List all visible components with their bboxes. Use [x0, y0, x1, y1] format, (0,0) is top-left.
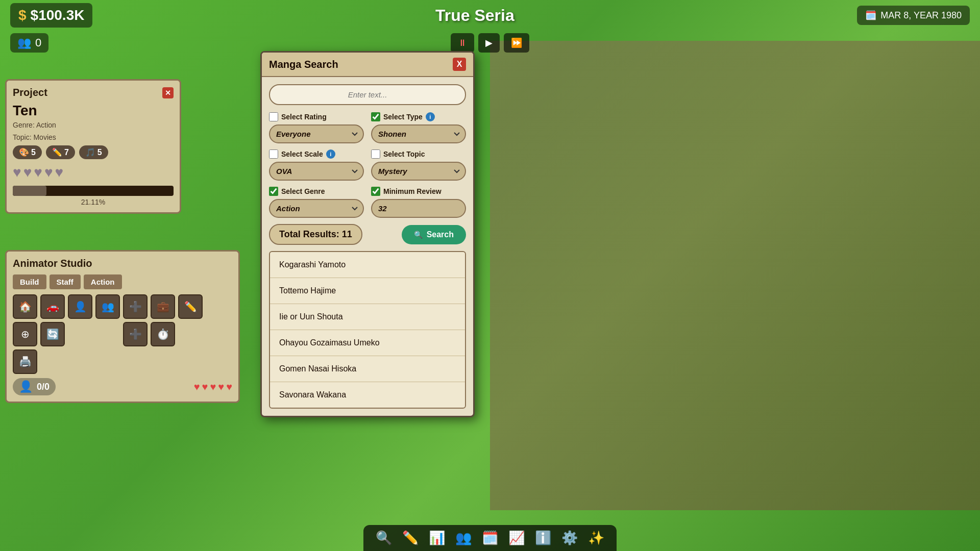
search-button[interactable]: Search — [402, 225, 466, 244]
filter-type-label: Select Type — [383, 113, 423, 121]
filter-topic-label-row: Select Topic — [371, 149, 466, 159]
type-info-badge[interactable]: i — [426, 112, 435, 121]
filter-scale-checkbox[interactable] — [269, 149, 278, 159]
filter-type-col: Select Type i Shonen Shoujo Seinen Josei — [371, 112, 466, 143]
search-text-input[interactable] — [269, 84, 466, 105]
result-item-2[interactable]: Iie or Uun Shouta — [270, 304, 465, 330]
filter-scale-label: Select Scale — [281, 150, 323, 158]
filter-type-checkbox[interactable] — [371, 112, 380, 121]
filter-genre-checkbox[interactable] — [269, 187, 278, 196]
filter-row-2: Select Scale i OVA Series Movie Select T… — [269, 149, 466, 181]
filter-scale-select[interactable]: OVA Series Movie — [269, 162, 364, 181]
filter-scale-label-row: Select Scale i — [269, 149, 364, 159]
dialog-body: Select Rating Everyone Teen Mature Selec… — [262, 77, 473, 416]
filter-type-label-row: Select Type i — [371, 112, 466, 121]
filter-minreview-checkbox[interactable] — [371, 187, 380, 196]
filter-row-3: Select Genre Action Comedy Drama Horror … — [269, 187, 466, 218]
scale-info-badge[interactable]: i — [326, 149, 335, 159]
filter-genre-select[interactable]: Action Comedy Drama Horror — [269, 199, 364, 218]
filter-genre-label: Select Genre — [281, 187, 325, 195]
result-item-4[interactable]: Gomen Nasai Hisoka — [270, 356, 465, 382]
dialog-close-button[interactable]: X — [453, 58, 466, 71]
filter-genre-label-row: Select Genre — [269, 187, 364, 196]
results-list[interactable]: Kogarashi Yamoto Tottemo Hajime Iie or U… — [269, 251, 466, 409]
filter-minreview-col: Minimum Review — [371, 187, 466, 218]
results-search-row: Total Results: 11 Search — [269, 224, 466, 245]
dialog-title: Manga Search — [269, 59, 338, 70]
result-item-3[interactable]: Ohayou Gozaimasu Umeko — [270, 330, 465, 356]
filter-scale-col: Select Scale i OVA Series Movie — [269, 149, 364, 181]
filter-minreview-label-row: Minimum Review — [371, 187, 466, 196]
filter-topic-col: Select Topic Mystery Action Romance Come… — [371, 149, 466, 181]
manga-search-dialog: Manga Search X Select Rating Everyone Te… — [260, 51, 475, 417]
result-item-0[interactable]: Kogarashi Yamoto — [270, 252, 465, 278]
total-results-badge: Total Results: 11 — [269, 224, 362, 245]
filter-topic-select[interactable]: Mystery Action Romance Comedy — [371, 162, 466, 181]
dialog-overlay: Manga Search X Select Rating Everyone Te… — [0, 0, 980, 551]
filter-genre-col: Select Genre Action Comedy Drama Horror — [269, 187, 364, 218]
filter-rating-select[interactable]: Everyone Teen Mature — [269, 124, 364, 143]
dialog-titlebar: Manga Search X — [262, 53, 473, 77]
filter-topic-label: Select Topic — [383, 150, 425, 158]
filter-row-1: Select Rating Everyone Teen Mature Selec… — [269, 112, 466, 143]
filter-minreview-input[interactable] — [371, 199, 466, 218]
filter-rating-checkbox[interactable] — [269, 112, 278, 121]
result-item-5[interactable]: Savonara Wakana — [270, 382, 465, 408]
filter-topic-checkbox[interactable] — [371, 149, 380, 159]
result-item-1[interactable]: Tottemo Hajime — [270, 278, 465, 304]
filter-rating-label-row: Select Rating — [269, 112, 364, 121]
filter-type-select[interactable]: Shonen Shoujo Seinen Josei — [371, 124, 466, 143]
filter-minreview-label: Minimum Review — [383, 187, 442, 195]
filter-rating-col: Select Rating Everyone Teen Mature — [269, 112, 364, 143]
filter-rating-label: Select Rating — [281, 113, 327, 121]
search-button-label: Search — [427, 230, 454, 239]
